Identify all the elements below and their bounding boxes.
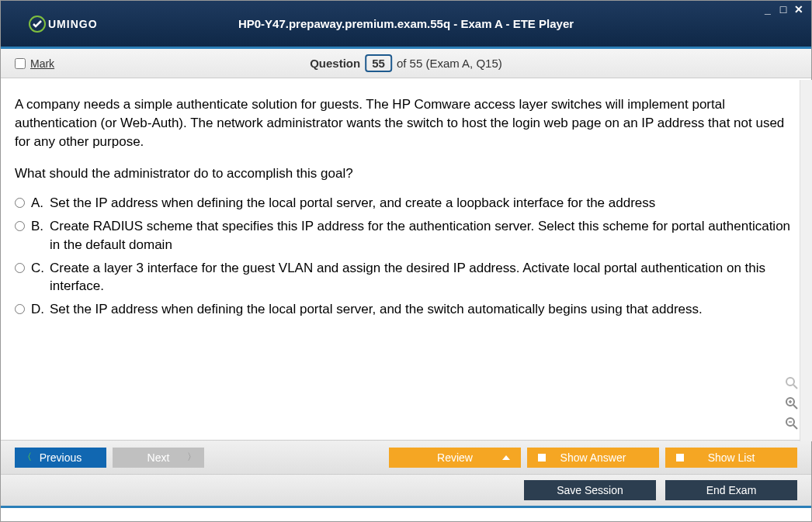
- option-b-text: Create RADIUS scheme that specifies this…: [50, 217, 797, 254]
- option-a-radio[interactable]: [15, 198, 25, 208]
- title-bar: UMINGO HP0-Y47.prepaway.premium.exam.55q…: [1, 1, 811, 49]
- option-b-letter: B.: [31, 217, 47, 254]
- maximize-button[interactable]: □: [777, 3, 789, 16]
- svg-line-2: [793, 385, 797, 389]
- window-title: HP0-Y47.prepaway.premium.exam.55q - Exam…: [238, 17, 574, 30]
- footer-row-2: Save Session End Exam: [1, 474, 811, 508]
- mark-checkbox-label[interactable]: Mark: [15, 57, 54, 70]
- window-controls: _ □ ✕: [762, 3, 805, 16]
- show-answer-button[interactable]: Show Answer: [527, 448, 659, 468]
- zoom-in-icon[interactable]: [783, 395, 800, 412]
- close-button[interactable]: ✕: [793, 3, 805, 16]
- mark-checkbox[interactable]: [15, 58, 26, 69]
- option-a[interactable]: A.Set the IP address when defining the l…: [15, 194, 797, 213]
- minimize-button[interactable]: _: [762, 3, 774, 16]
- square-icon: [538, 454, 546, 462]
- previous-button[interactable]: 〈Previous: [15, 448, 106, 468]
- question-content: A company needs a simple authenticate so…: [1, 78, 811, 440]
- chevron-right-icon: 〉: [187, 451, 196, 464]
- svg-point-1: [786, 378, 794, 385]
- answer-options: A.Set the IP address when defining the l…: [15, 194, 797, 319]
- zoom-tools: [783, 375, 800, 432]
- question-prompt: What should the administrator do to acco…: [15, 164, 797, 183]
- option-d-letter: D.: [31, 300, 47, 319]
- option-c[interactable]: C.Create a layer 3 interface for the gue…: [15, 259, 797, 296]
- square-icon: [676, 454, 684, 462]
- chevron-left-icon: 〈: [23, 451, 32, 464]
- review-button[interactable]: Review: [389, 448, 521, 468]
- mark-label-text: Mark: [30, 57, 54, 70]
- option-d-text: Set the IP address when defining the loc…: [50, 300, 703, 319]
- vertical-scrollbar[interactable]: [800, 80, 812, 441]
- option-c-text: Create a layer 3 interface for the guest…: [50, 259, 797, 296]
- zoom-out-icon[interactable]: [783, 415, 800, 432]
- question-text: A company needs a simple authenticate so…: [15, 95, 797, 150]
- logo-text: UMINGO: [48, 18, 98, 30]
- show-list-button[interactable]: Show List: [665, 448, 797, 468]
- question-header-bar: Mark Question 55 of 55 (Exam A, Q15): [1, 49, 811, 78]
- question-word: Question: [310, 57, 360, 70]
- svg-line-4: [793, 405, 797, 409]
- question-total-text: of 55 (Exam A, Q15): [397, 57, 502, 70]
- option-d[interactable]: D.Set the IP address when defining the l…: [15, 300, 797, 319]
- option-b[interactable]: B.Create RADIUS scheme that specifies th…: [15, 217, 797, 254]
- question-counter: Question 55 of 55 (Exam A, Q15): [310, 54, 502, 72]
- checkmark-icon: [28, 15, 47, 33]
- svg-line-8: [793, 425, 797, 429]
- triangle-up-icon: [502, 455, 510, 460]
- next-button[interactable]: Next〉: [113, 448, 204, 468]
- option-a-text: Set the IP address when defining the loc…: [50, 194, 655, 213]
- option-b-radio[interactable]: [15, 221, 25, 231]
- search-icon[interactable]: [783, 375, 800, 392]
- app-logo: UMINGO: [28, 15, 98, 33]
- current-question-number: 55: [365, 54, 392, 72]
- footer-row-1: 〈Previous Next〉 Review Show Answer Show …: [1, 440, 811, 474]
- option-a-letter: A.: [31, 194, 47, 213]
- end-exam-button[interactable]: End Exam: [665, 480, 797, 500]
- save-session-button[interactable]: Save Session: [524, 480, 656, 500]
- option-d-radio[interactable]: [15, 304, 25, 314]
- option-c-letter: C.: [31, 259, 47, 296]
- option-c-radio[interactable]: [15, 263, 25, 273]
